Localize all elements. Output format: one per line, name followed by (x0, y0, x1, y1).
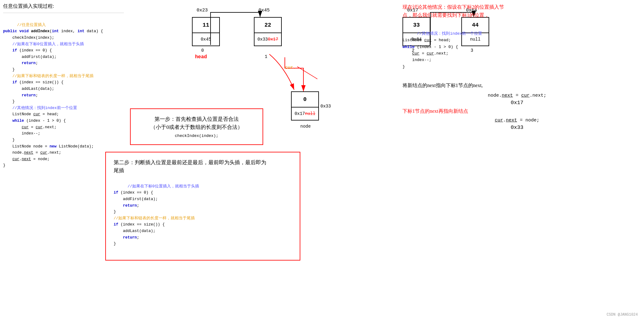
node-1: 22 0x33 0x17 (254, 17, 282, 46)
new-node-next: 0x17 null (292, 107, 318, 120)
step-2-code: //如果在下标0位置插入，就相当于头插 if (index == 0) { ad… (114, 177, 292, 254)
comment-2: //如果在下标0位置插入，就相当于头插 (12, 42, 84, 46)
left-code-panel: 任意位置插入实现过程: //任意位置插入 public void addInde… (3, 3, 124, 175)
node-1-next-strike: 0x17 (268, 37, 278, 42)
right-addr-0x33: 0x33 (402, 125, 632, 130)
node-1-index: 1 (265, 54, 267, 59)
step-2-title: 第二步：判断插入位置是最前还是最后，最前即为头插，最后即为尾插 (114, 159, 292, 174)
step-1-code: checkIndex(index); (138, 134, 255, 138)
right-node-next-code: node.next = cur.next; (402, 93, 632, 98)
right-code-block: //其他情况：找到index前一个位置 ListNode cur = head;… (402, 24, 632, 77)
divider (3, 13, 124, 13)
node-0-value: 11 (193, 18, 219, 33)
node-0-index: 0 (201, 48, 204, 53)
right-explanation-2: 下标1节点的next再指向新结点 (402, 107, 632, 115)
node-addr-label: 0x33 (320, 104, 331, 109)
step-1-title: 第一步：首先检查插入位置是否合法（小于0或者大于数组的长度则不合法） (138, 115, 255, 131)
code-block-main: //任意位置插入 public void addIndex(int index,… (3, 15, 124, 175)
cur-label: cur. (285, 65, 296, 70)
node-1-next: 0x33 0x17 (255, 33, 281, 46)
right-cur-next-code: cur.next = node; (402, 118, 632, 123)
node-1-addr: 0x45 (259, 8, 270, 13)
comment-4: //其他情况：找到index前一个位置 (12, 106, 77, 110)
node-0: 11 0x45 (192, 17, 220, 46)
step-box-1: 第一步：首先检查插入位置是否合法（小于0或者大于数组的长度则不合法） check… (130, 108, 263, 145)
node-0-addr: 0x23 (197, 8, 208, 13)
right-explanation-1: 将新结点的next指向下标1节点的next, (402, 81, 632, 90)
right-panel: 现在讨论其他情况：假设在下标2的位置插入节点，那么我们就需要找到下标1的位置， … (402, 3, 632, 132)
page-title: 任意位置插入实现过程: (3, 3, 124, 10)
comment-1: //任意位置插入 (17, 23, 46, 27)
node-0-next: 0x45 (193, 33, 219, 46)
comment-3: //如果下标和链表的长度一样，就相当于尾插 (12, 74, 94, 78)
new-node: 0 0x17 null (291, 91, 319, 121)
new-node-label: node (300, 124, 311, 129)
watermark: CSDN @JANG1024 (607, 313, 638, 317)
node-1-value: 22 (255, 18, 281, 33)
code-public: public (3, 29, 17, 33)
step-box-2: 第二步：判断插入位置是最前还是最后，最前即为头插，最后即为尾插 //如果在下标0… (105, 152, 300, 261)
new-node-value: 0 (292, 92, 318, 107)
right-addr-0x17: 0x17 (402, 100, 632, 106)
head-label: head (195, 54, 207, 60)
right-intro: 现在讨论其他情况：假设在下标2的位置插入节点，那么我们就需要找到下标1的位置， (402, 3, 632, 19)
